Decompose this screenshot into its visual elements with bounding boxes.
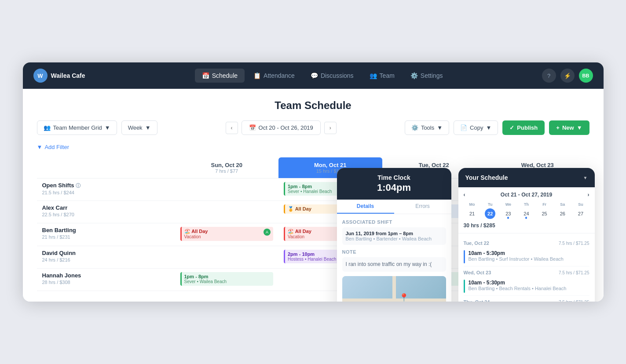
date-range-display: 📅 Oct 20 - Oct 26, 2019 xyxy=(242,120,321,135)
brand-name: Wailea Cafe xyxy=(51,72,85,79)
cal-day-22[interactable]: 22 xyxy=(485,208,495,219)
calendar-icon: 📅 xyxy=(249,124,256,131)
help-button[interactable]: ? xyxy=(542,69,556,83)
team-members-icon: 👥 xyxy=(44,124,51,131)
tc-map: 📍 Google Map data ©2019 Google xyxy=(342,276,446,302)
filter-row: ▼ Add Filter xyxy=(37,144,589,150)
chevron-down-icon: ▼ xyxy=(105,124,110,131)
cal-day-27[interactable]: 27 xyxy=(575,208,586,219)
ys-shift-item[interactable]: 10am - 5:30pm Ben Bartling • Surf Instru… xyxy=(464,248,589,266)
tools-button[interactable]: ⚙️ Tools ▼ xyxy=(405,120,449,135)
nav-settings[interactable]: ⚙️ Settings xyxy=(403,69,450,83)
shift-cell-sun-open[interactable] xyxy=(175,178,279,201)
notifications-button[interactable]: ⚡ xyxy=(560,69,575,83)
tc-body: Associated Shift Jun 11, 2019 from 1pm –… xyxy=(337,214,451,302)
next-week-button[interactable]: › xyxy=(324,122,337,134)
new-button[interactable]: + New ▼ xyxy=(549,120,589,135)
cal-day-26[interactable]: 26 xyxy=(557,208,568,219)
nav-attendance[interactable]: 📋 Attendance xyxy=(246,69,302,83)
ys-shift-item[interactable]: 10am - 5:30pm Ben Bartling • Beach Renta… xyxy=(464,277,589,296)
team-icon: 👥 xyxy=(370,72,377,79)
brand-avatar: W xyxy=(33,69,48,83)
plus-icon: + xyxy=(556,124,560,131)
employee-col-header xyxy=(37,157,175,178)
chevron-down-icon-new: ▼ xyxy=(577,124,582,131)
settings-icon: ⚙️ xyxy=(410,72,418,79)
page-title: Team Schedule xyxy=(37,99,589,112)
check-icon: ✓ xyxy=(509,124,514,131)
chevron-down-icon-tools: ▼ xyxy=(437,124,443,131)
copy-icon: 📄 xyxy=(460,124,467,131)
toolbar: 👥 Team Member Grid ▼ Week ▼ ‹ 📅 Oct 20 -… xyxy=(37,120,589,135)
your-schedule-card: Your Schedule ▼ ‹ Oct 21 - Oct 27, 2019 … xyxy=(458,168,595,302)
main-content: Team Schedule 👥 Team Member Grid ▼ Week … xyxy=(23,89,604,302)
cal-day-21[interactable]: 21 xyxy=(467,208,477,219)
ys-schedule-list: Tue, Oct 22 7.5 hrs / $71.25 10am - 5:30… xyxy=(458,233,595,302)
employee-cell: David Quinn 24 hrs / $216 xyxy=(37,246,175,269)
filter-icon: ▼ xyxy=(37,144,43,150)
user-avatar[interactable]: BB xyxy=(579,69,593,83)
nav-discussions[interactable]: 💬 Discussions xyxy=(304,69,361,83)
nav-team[interactable]: 👥 Team xyxy=(362,69,402,83)
tools-icon: ⚙️ xyxy=(411,124,418,131)
shift-block[interactable]: 1pm - 8pm Sever • Wailea Beach xyxy=(180,272,274,286)
cal-day-24[interactable]: 24 xyxy=(521,208,531,219)
period-selector[interactable]: Week ▼ xyxy=(121,120,157,135)
nav-links: 📅 Schedule 📋 Attendance 💬 Discussions 👥 … xyxy=(103,69,542,83)
brand[interactable]: W Wailea Cafe xyxy=(33,69,85,83)
employee-cell: Ben Bartling 21 hrs / $231 xyxy=(37,223,175,246)
tc-tabs: Details Errors xyxy=(337,200,451,214)
tc-tab-errors[interactable]: Errors xyxy=(394,200,451,214)
publish-button[interactable]: ✓ Publish xyxy=(502,120,545,135)
shift-bar xyxy=(464,250,465,263)
cal-day-25[interactable]: 25 xyxy=(539,208,550,219)
ys-day-header-wed: Wed, Oct 23 7.5 hrs / $71.25 xyxy=(464,266,589,277)
discussions-icon: 💬 xyxy=(311,72,318,79)
shift-cell-sun-alex[interactable] xyxy=(175,201,279,223)
shift-cell-sun-david[interactable] xyxy=(175,246,279,269)
view-selector[interactable]: 👥 Team Member Grid ▼ xyxy=(37,120,117,135)
schedule-icon: 📅 xyxy=(202,72,209,79)
chevron-down-icon-period: ▼ xyxy=(145,124,151,131)
ys-cal-days: Mo Tu We Th Fr Sa Su 21 22 23 24 xyxy=(464,201,589,219)
shift-cell-sun-ben[interactable]: 🏖️ All Day Vacation A xyxy=(175,223,279,246)
map-pin-icon: 📍 xyxy=(399,293,409,302)
prev-week-button[interactable]: ‹ xyxy=(226,122,238,134)
employee-cell: Hannah Jones 28 hrs / $308 xyxy=(37,269,175,291)
col-sun: Sun, Oct 20 7 hrs / $77 xyxy=(175,157,279,178)
attendance-icon: 📋 xyxy=(253,72,261,79)
shift-cell-sun-hannah[interactable]: 1pm - 8pm Sever • Wailea Beach xyxy=(175,269,279,291)
ys-day-header-tue: Tue, Oct 22 7.5 hrs / $71.25 xyxy=(464,237,589,248)
tc-tab-details[interactable]: Details xyxy=(337,200,394,214)
ys-mini-calendar: ‹ Oct 21 - Oct 27, 2019 › Mo Tu We Th Fr… xyxy=(458,187,595,233)
next-cal-arrow[interactable]: › xyxy=(588,192,589,198)
tc-shift-block: Jun 11, 2019 from 1pm – 8pm Ben Bartling… xyxy=(342,227,446,245)
navbar: W Wailea Cafe 📅 Schedule 📋 Attendance 💬 … xyxy=(23,62,604,89)
tc-header: Time Clock 1:04pm xyxy=(337,168,451,200)
cal-day-23[interactable]: 23 xyxy=(503,208,513,219)
nav-right: ? ⚡ BB xyxy=(542,69,593,83)
ys-dropdown-icon[interactable]: ▼ xyxy=(583,175,588,180)
employee-cell: Open Shifts ⓘ 21.5 hrs / $244 xyxy=(37,178,175,201)
shift-block[interactable]: 🏖️ All Day Vacation A xyxy=(180,227,274,241)
employee-cell: Alex Carr 22.5 hrs / $270 xyxy=(37,201,175,223)
add-filter-button[interactable]: ▼ Add Filter xyxy=(37,144,70,150)
time-clock-card: Time Clock 1:04pm Details Errors Associa… xyxy=(337,168,451,302)
shift-bar xyxy=(464,280,465,293)
ys-day-header-thu: Thu, Oct 24 7.5 hrs / $71.25 xyxy=(464,296,589,302)
chevron-down-icon-copy: ▼ xyxy=(486,124,491,131)
prev-cal-arrow[interactable]: ‹ xyxy=(464,192,465,198)
copy-button[interactable]: 📄 Copy ▼ xyxy=(454,120,498,135)
ys-header: Your Schedule ▼ xyxy=(458,168,595,187)
nav-schedule[interactable]: 📅 Schedule xyxy=(195,69,245,83)
